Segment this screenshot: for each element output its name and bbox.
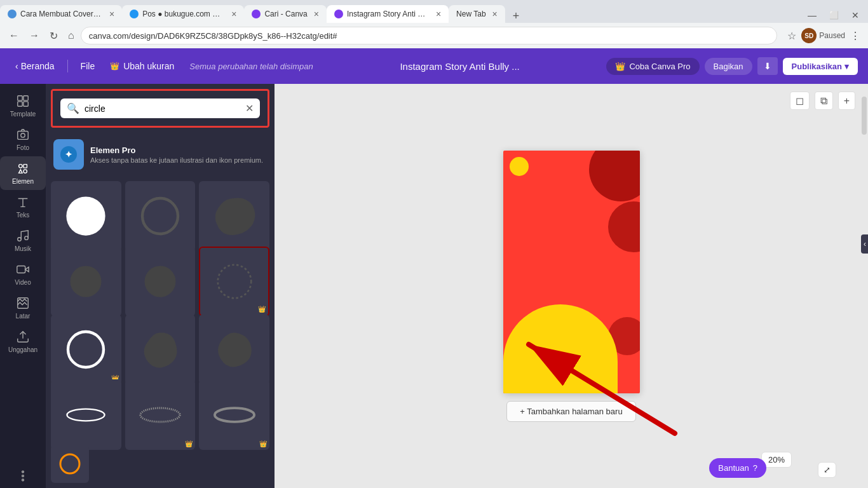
help-button[interactable]: Bantuan ? [709, 458, 766, 478]
back-to-home[interactable]: ‹ Beranda [10, 58, 60, 74]
element-svg-10 [64, 393, 108, 437]
svg-rect-1 [24, 96, 28, 100]
tab-title-4: Instagram Story Anti Bully Han... [347, 10, 430, 18]
share-button[interactable]: Bagikan [705, 58, 752, 75]
element-svg-7 [64, 327, 108, 372]
canvas-toolbar: ◻ ⧉ + [790, 92, 855, 110]
sidebar-item-more[interactable] [0, 464, 46, 488]
design-element-dark-circle-2 [608, 201, 640, 252]
reload-button[interactable]: ↻ [46, 27, 62, 44]
tab-close-5[interactable]: × [492, 9, 498, 19]
new-tab-button[interactable]: + [508, 10, 525, 23]
element-highlight-left[interactable] [51, 379, 121, 450]
crown-badge-11: 👑 [185, 440, 193, 447]
element-circle-white-filled[interactable] [51, 181, 121, 252]
search-clear-button[interactable]: ✕ [245, 102, 254, 114]
sidebar-item-template[interactable]: Template [0, 89, 46, 123]
browser-tab-4[interactable]: Instagram Story Anti Bully Han... × [327, 5, 449, 23]
sidebar-item-latar[interactable]: Latar [0, 291, 46, 325]
menu-button[interactable]: ⋮ [848, 27, 863, 44]
element-circle-blob-left[interactable] [125, 315, 196, 385]
bookmark-button[interactable]: ☆ [785, 27, 799, 44]
add-page-top-button[interactable]: + [838, 92, 855, 110]
tab-close-3[interactable]: × [314, 9, 319, 19]
tab-title-1: Cara Membuat Cover Highligh... [20, 10, 103, 18]
browser-tab-1[interactable]: Cara Membuat Cover Highligh... × [0, 5, 122, 23]
zoom-expand-button[interactable]: ⤢ [818, 462, 836, 478]
canvas-scrollbar[interactable] [860, 84, 868, 488]
minimize-button[interactable]: — [804, 8, 820, 23]
element-circle-dotted[interactable]: 👑 [199, 247, 269, 317]
svg-point-17 [22, 475, 24, 477]
teks-icon [16, 195, 30, 209]
sidebar-item-foto[interactable]: Foto [0, 123, 46, 156]
resize-button[interactable]: 👑 Ubah ukuran [105, 57, 179, 75]
paused-label: Paused [819, 31, 845, 40]
home-button[interactable]: ⌂ [64, 27, 78, 44]
element-svg-5 [138, 259, 182, 304]
coba-canva-pro-button[interactable]: 👑 Coba Canva Pro [606, 58, 699, 75]
tab-close-4[interactable]: × [436, 9, 441, 19]
sidebar-item-unggahan[interactable]: Unggahan [0, 325, 46, 358]
pro-title: Elemen Pro [90, 146, 263, 155]
tab-close-2[interactable]: × [231, 9, 236, 19]
sidebar-item-musik[interactable]: Musik [0, 224, 46, 257]
sidebar-item-teks[interactable]: Teks [0, 190, 46, 224]
element-circle-white-outline[interactable]: 👑 [51, 315, 121, 385]
element-circle-small-left[interactable] [51, 247, 121, 317]
add-page-button[interactable]: + Tambahkan halaman baru [506, 401, 635, 422]
forward-button[interactable]: → [25, 27, 43, 44]
svg-rect-7 [24, 165, 27, 168]
coba-label: Coba Canva Pro [629, 62, 690, 71]
browser-tab-2[interactable]: Pos ● bukugue.com — WordPr... × [122, 5, 244, 23]
page-view-button[interactable]: ◻ [790, 92, 810, 110]
sidebar-label-musik: Musik [15, 245, 31, 252]
back-button[interactable]: ← [5, 27, 23, 44]
element-highlight-mid[interactable]: 👑 [125, 379, 196, 450]
help-icon: ? [753, 463, 757, 473]
svg-point-16 [22, 471, 24, 473]
file-menu[interactable]: File [76, 57, 100, 75]
element-highlight-right[interactable]: 👑 [199, 379, 269, 450]
browser-tab-3[interactable]: Cari - Canva × [244, 5, 327, 23]
element-svg-12 [212, 393, 257, 437]
close-window-button[interactable]: ✕ [848, 8, 863, 23]
pro-banner: ✦ Elemen Pro Akses tanpa batas ke jutaan… [46, 133, 275, 176]
design-element-yellow-circle [510, 157, 529, 176]
sidebar-label-latar: Latar [16, 313, 31, 320]
design-element-dark-circle-1 [589, 151, 640, 201]
sidebar-item-video[interactable]: Video [0, 257, 46, 291]
restore-button[interactable]: ⬜ [825, 8, 843, 22]
element-circle-small-mid[interactable] [125, 247, 196, 317]
element-circle-blob-right[interactable] [199, 315, 269, 385]
search-box: 🔍 ✕ [60, 98, 260, 118]
element-extra-1[interactable] [51, 445, 89, 483]
element-circle-rough[interactable] [199, 181, 269, 252]
svg-rect-2 [18, 102, 22, 106]
svg-point-24 [144, 266, 175, 297]
sidebar-label-foto: Foto [17, 144, 29, 151]
search-input[interactable] [85, 104, 240, 114]
publish-button[interactable]: Publikasikan ▾ [783, 58, 858, 75]
tab-favicon-4 [334, 10, 343, 18]
download-button[interactable]: ⬇ [757, 57, 778, 75]
canva-topbar: ‹ Beranda File 👑 Ubah ukuran Semua perub… [0, 48, 868, 84]
svg-point-10 [18, 238, 22, 241]
svg-rect-4 [18, 132, 29, 140]
browser-actions: ☆ SD Paused ⋮ [785, 27, 863, 44]
svg-point-28 [140, 408, 180, 422]
element-svg-1 [64, 194, 108, 238]
crown-pro-icon: 👑 [615, 62, 625, 71]
svg-text:✦: ✦ [65, 149, 72, 159]
browser-tab-5[interactable]: New Tab × [449, 5, 505, 23]
address-bar[interactable]: canva.com/design/DAD6K9RZ5C8/38GDpk8yS_k… [81, 27, 778, 44]
help-label: Bantuan [718, 463, 749, 473]
tab-close-1[interactable]: × [109, 9, 114, 19]
zoom-level: 20% [768, 455, 785, 464]
profile-badge[interactable]: SD [801, 28, 817, 43]
element-circle-dark-outline[interactable] [125, 181, 196, 252]
sidebar-item-elemen[interactable]: Elemen [0, 156, 46, 190]
copy-page-button[interactable]: ⧉ [815, 92, 833, 110]
canvas-page[interactable] [503, 151, 640, 393]
address-text: canva.com/design/DAD6K9RZ5C8/38GDpk8yS_k… [89, 31, 770, 41]
